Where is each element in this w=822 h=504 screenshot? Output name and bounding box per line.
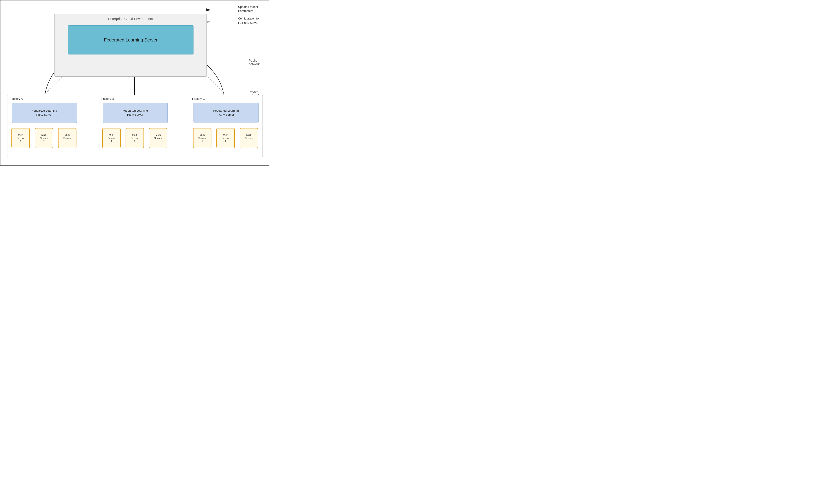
factory-c-party-label: Fedearted Learning Party Server: [213, 109, 239, 117]
divider-line: [0, 86, 269, 86]
factory-c-sensor-2: Multi Sensor 2: [217, 128, 235, 148]
diagram-container: Updated model Parameters Configuration f…: [0, 0, 269, 166]
fl-server-label: Federated Learning Server: [104, 37, 157, 43]
factory-b-sensor-1: Multi Sensor 1: [102, 128, 121, 148]
factory-b-box: Factory B Fedearted Learning Party Serve…: [98, 95, 172, 157]
factory-b-party-label: Fedearted Learning Party Server: [122, 109, 148, 117]
factory-a-sensor-1: Multi Sensor 1: [11, 128, 30, 148]
factory-a-sensor-3: Multi Sensor ...: [58, 128, 76, 148]
legend-dashed-label: Configuration for FL Party Server: [238, 17, 260, 25]
factory-a-party-box: Fedearted Learning Party Server: [12, 103, 77, 123]
legend-solid-label: Updated model Parameters: [238, 5, 258, 13]
factory-b-sensor-2: Multi Sensor 2: [125, 128, 144, 148]
factory-b-party-box: Fedearted Learning Party Server: [103, 103, 168, 123]
enterprise-label: Enterprise Cloud Environment: [54, 17, 207, 21]
legend-dashed-item: Configuration for FL Party Server: [220, 17, 260, 25]
factory-a-party-label: Fedearted Learning Party Server: [32, 109, 57, 117]
factory-c-sensor-1: Multi Sensor 1: [193, 128, 212, 148]
legend-solid-item: Updated model Parameters: [220, 5, 260, 13]
factory-c-sensor-3: Multi Sensor ...: [240, 128, 258, 148]
factory-c-box: Factory C Fedearted Learning Party Serve…: [189, 95, 263, 157]
enterprise-cloud-box: Enterprise Cloud Environment Federated L…: [54, 14, 207, 77]
factory-a-box: Factory A Fedearted Learning Party Serve…: [7, 95, 81, 157]
public-network-label: Public network: [249, 59, 260, 66]
legend: Updated model Parameters Configuration f…: [220, 5, 260, 25]
factory-c-label: Factory C: [192, 97, 205, 100]
factory-a-sensor-2: Multi Sensor 2: [35, 128, 53, 148]
factory-b-sensor-3: Multi Sensor ...: [149, 128, 167, 148]
fl-server-box: Federated Learning Server: [68, 25, 193, 54]
factory-b-label: Factory B: [101, 97, 114, 100]
factory-a-label: Factory A: [11, 97, 23, 100]
factory-c-party-box: Fedearted Learning Party Server: [193, 103, 259, 123]
